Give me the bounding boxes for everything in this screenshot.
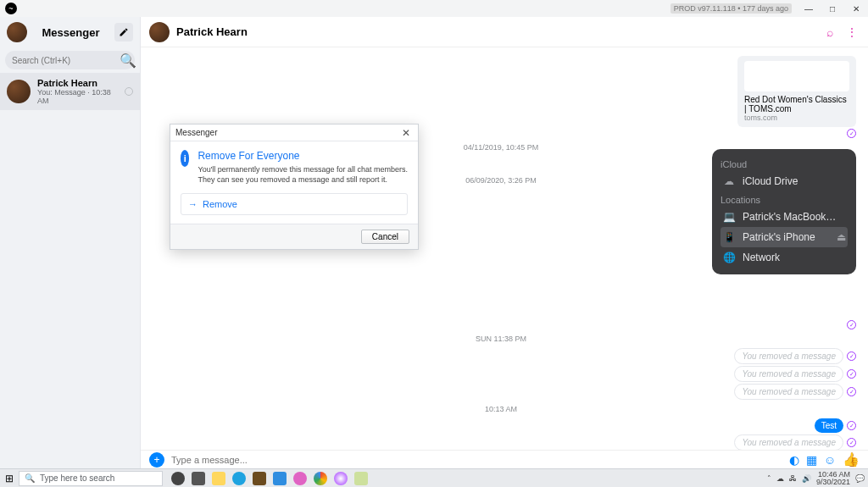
message-composer: + ◐ ▦ ☺ 👍 bbox=[141, 450, 868, 468]
sidebar-title: Messenger bbox=[34, 26, 108, 39]
search-icon: ⌕ bbox=[826, 25, 833, 39]
taskbar-pinned-apps bbox=[171, 472, 368, 485]
locations-panel: iCloud ☁ iCloud Drive Locations 💻 Patric… bbox=[712, 149, 856, 274]
taskbar-date: 9/30/2021 bbox=[816, 479, 850, 486]
search-icon: 🔍 bbox=[120, 53, 136, 69]
plus-icon: + bbox=[153, 454, 159, 466]
search-icon: 🔍 bbox=[25, 473, 35, 483]
compose-button[interactable] bbox=[114, 23, 133, 42]
link-preview-title: Red Dot Women's Classics | TOMS.com bbox=[744, 95, 849, 113]
network-icon[interactable]: 🖧 bbox=[789, 474, 797, 483]
gif-button[interactable]: ▦ bbox=[806, 453, 817, 467]
user-avatar[interactable] bbox=[7, 22, 27, 42]
panel-section-header: Locations bbox=[721, 195, 848, 205]
location-macbook[interactable]: 💻 Patrick's MacBook… bbox=[721, 207, 848, 227]
messenger-taskbar-icon[interactable] bbox=[334, 472, 348, 485]
window-maximize-button[interactable]: □ bbox=[821, 0, 844, 17]
cancel-button[interactable]: Cancel bbox=[361, 230, 409, 244]
location-icloud-drive[interactable]: ☁ iCloud Drive bbox=[721, 171, 848, 191]
delivered-icon bbox=[847, 421, 856, 430]
location-label: Network bbox=[743, 252, 780, 263]
removed-message[interactable]: You removed a message bbox=[734, 384, 843, 400]
panel-section-header: iCloud bbox=[721, 159, 848, 169]
location-label: Patrick's iPhone bbox=[743, 231, 815, 243]
chrome-icon[interactable] bbox=[314, 472, 327, 485]
unread-indicator bbox=[125, 87, 133, 96]
arrow-right-icon: → bbox=[188, 199, 198, 209]
sidebar-search-input[interactable] bbox=[12, 56, 120, 65]
location-network[interactable]: 🌐 Network bbox=[721, 247, 848, 268]
file-explorer-icon[interactable] bbox=[212, 472, 225, 485]
link-preview-image bbox=[744, 61, 849, 91]
chat-options-button[interactable]: ⋮ bbox=[844, 25, 860, 40]
removed-message[interactable]: You removed a message bbox=[734, 366, 843, 382]
link-preview-card[interactable]: Red Dot Women's Classics | TOMS.com toms… bbox=[737, 56, 856, 127]
contact-name: Patrick Hearn bbox=[37, 78, 118, 88]
task-view-icon[interactable] bbox=[192, 472, 205, 485]
mail-icon[interactable] bbox=[273, 472, 287, 485]
sidebar-search[interactable]: 🔍 bbox=[5, 51, 135, 69]
phone-icon: 📱 bbox=[722, 230, 736, 244]
location-label: Patrick's MacBook… bbox=[743, 211, 836, 223]
start-button[interactable]: ⊞ bbox=[0, 469, 19, 488]
sticker-button[interactable]: ◐ bbox=[789, 453, 799, 467]
windows-taskbar: ⊞ 🔍 Type here to search ˄ ☁ 🖧 🔊 10:46 AM… bbox=[0, 468, 868, 487]
remove-action-button[interactable]: → Remove bbox=[181, 193, 408, 215]
remove-message-dialog: Messenger ✕ i Remove For Everyone You'll… bbox=[170, 124, 419, 250]
store-icon[interactable] bbox=[253, 472, 266, 485]
app-icon[interactable] bbox=[354, 472, 368, 485]
globe-icon: 🌐 bbox=[722, 251, 736, 264]
eject-icon[interactable]: ⏏ bbox=[837, 231, 846, 243]
delivered-icon bbox=[847, 369, 856, 379]
dialog-heading: Remove For Everyone bbox=[198, 150, 408, 162]
dialog-title: Messenger bbox=[175, 128, 217, 137]
dialog-close-button[interactable]: ✕ bbox=[399, 127, 413, 139]
attach-button[interactable]: + bbox=[149, 452, 164, 468]
build-badge: PROD v97.11.118 • 177 days ago bbox=[670, 3, 792, 14]
onedrive-icon[interactable]: ☁ bbox=[776, 474, 784, 483]
messenger-app-icon bbox=[5, 3, 17, 14]
sidebar-header: Messenger bbox=[0, 17, 140, 47]
emoji-button[interactable]: ☺ bbox=[824, 453, 836, 467]
taskbar-search[interactable]: 🔍 Type here to search bbox=[19, 471, 163, 486]
like-button[interactable]: 👍 bbox=[843, 451, 860, 468]
location-iphone[interactable]: 📱 Patrick's iPhone ⏏ bbox=[721, 227, 848, 247]
window-minimize-button[interactable]: — bbox=[797, 0, 821, 17]
conversation-item[interactable]: Patrick Hearn You: Message · 10:38 AM bbox=[0, 73, 140, 110]
message-input[interactable] bbox=[171, 455, 782, 465]
cortana-icon[interactable] bbox=[171, 472, 185, 485]
taskbar-search-placeholder: Type here to search bbox=[40, 473, 114, 483]
delivered-icon bbox=[847, 351, 856, 361]
conversations-sidebar: Messenger 🔍 Patrick Hearn You: Message ·… bbox=[0, 17, 141, 468]
system-tray[interactable]: ˄ ☁ 🖧 🔊 10:46 AM 9/30/2021 💬 bbox=[764, 471, 868, 486]
app-icon[interactable] bbox=[293, 472, 307, 485]
sent-message[interactable]: Test bbox=[815, 418, 843, 433]
edge-icon[interactable] bbox=[232, 472, 246, 485]
chat-search-button[interactable]: ⌕ bbox=[822, 25, 837, 40]
chat-contact-avatar[interactable] bbox=[149, 22, 170, 42]
delivered-icon bbox=[847, 387, 856, 396]
chat-timestamp: SUN 11:38 PM bbox=[146, 335, 856, 343]
removed-message[interactable]: You removed a message bbox=[734, 434, 843, 450]
volume-icon[interactable]: 🔊 bbox=[802, 474, 811, 483]
compose-icon bbox=[119, 27, 129, 37]
taskbar-clock[interactable]: 10:46 AM 9/30/2021 bbox=[816, 471, 850, 486]
remove-action-label: Remove bbox=[203, 199, 237, 209]
delivered-icon bbox=[847, 438, 856, 447]
conversation-preview: You: Message · 10:38 AM bbox=[37, 88, 118, 105]
chevron-up-icon[interactable]: ˄ bbox=[767, 474, 771, 483]
window-close-button[interactable]: ✕ bbox=[844, 0, 868, 17]
chat-contact-name: Patrick Hearn bbox=[176, 25, 248, 38]
chat-timestamp: 10:13 AM bbox=[146, 405, 856, 413]
delivered-icon bbox=[847, 129, 856, 138]
kebab-icon: ⋮ bbox=[846, 25, 858, 39]
contact-avatar bbox=[7, 80, 31, 103]
notifications-icon[interactable]: 💬 bbox=[855, 474, 865, 483]
removed-message[interactable]: You removed a message bbox=[734, 348, 843, 364]
link-preview-domain: toms.com bbox=[744, 113, 849, 122]
dialog-titlebar: Messenger ✕ bbox=[170, 125, 418, 141]
window-titlebar: PROD v97.11.118 • 177 days ago — □ ✕ bbox=[0, 0, 868, 17]
info-icon: i bbox=[181, 150, 189, 167]
laptop-icon: 💻 bbox=[722, 210, 736, 224]
delivered-icon bbox=[847, 320, 856, 329]
